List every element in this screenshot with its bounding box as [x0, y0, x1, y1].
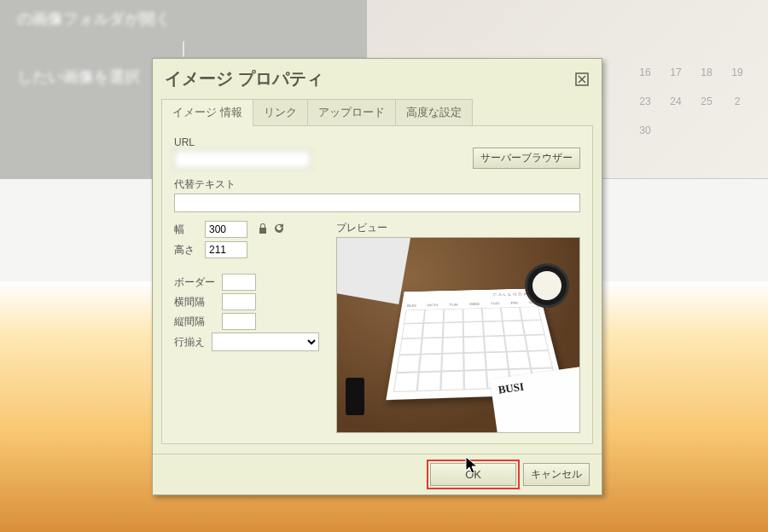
size-and-spacing-column: 幅 高さ ボー: [174, 221, 319, 433]
vspace-label: 縦間隔: [174, 315, 218, 329]
border-label: ボーダー: [174, 275, 218, 290]
height-input[interactable]: [205, 241, 247, 258]
alt-text-input[interactable]: [174, 194, 580, 212]
image-properties-dialog: イメージ プロパティ イメージ 情報 リンク アップロード 高度な設定 URL …: [152, 58, 602, 495]
bg-instruction-pipe: ｜: [17, 38, 350, 58]
close-icon: [575, 72, 589, 86]
dialog-titlebar: イメージ プロパティ: [153, 59, 602, 99]
hspace-label: 横間隔: [174, 295, 218, 309]
preview-pane: CALENDAR SUN MON TUE WED THR FRI SAT: [336, 237, 580, 433]
url-label: URL: [174, 136, 468, 148]
tab-upload[interactable]: アップロード: [307, 99, 396, 126]
preview-laptop-icon: [336, 237, 410, 304]
ok-button[interactable]: OK: [430, 463, 516, 486]
cancel-button[interactable]: キャンセル: [523, 463, 590, 486]
tab-link[interactable]: リンク: [253, 99, 308, 126]
preview-label: プレビュー: [336, 221, 580, 235]
preview-column: プレビュー CALENDAR SUN MON TUE WED T: [336, 221, 580, 433]
dialog-tabs: イメージ 情報 リンク アップロード 高度な設定: [153, 99, 602, 126]
url-input[interactable]: [174, 150, 311, 169]
vspace-input[interactable]: [222, 313, 256, 330]
tab-image-info[interactable]: イメージ 情報: [161, 99, 253, 126]
tab-body-image-info: URL サーバーブラウザー 代替テキスト 幅: [161, 125, 593, 444]
align-select[interactable]: [212, 332, 319, 351]
border-input[interactable]: [222, 274, 256, 291]
browse-server-button[interactable]: サーバーブラウザー: [473, 147, 580, 169]
lock-aspect-icon[interactable]: [258, 223, 268, 237]
width-input[interactable]: [205, 221, 247, 238]
tab-advanced[interactable]: 高度な設定: [395, 99, 473, 126]
reset-size-icon[interactable]: [273, 223, 285, 237]
dialog-close-button[interactable]: [574, 72, 590, 87]
height-label: 高さ: [174, 243, 200, 257]
dialog-footer: OK キャンセル: [153, 454, 602, 494]
hspace-input[interactable]: [222, 293, 256, 310]
bg-calendar-numbers: 16171819 2324252 30: [630, 66, 753, 153]
alt-label: 代替テキスト: [174, 177, 580, 192]
dialog-title-text: イメージ プロパティ: [165, 67, 323, 90]
align-label: 行揃え: [174, 335, 208, 350]
bg-instruction-line1: の画像フォルダが開く: [17, 9, 350, 29]
preview-clock-icon: [525, 263, 569, 308]
width-label: 幅: [174, 223, 200, 237]
preview-phone-icon: [346, 378, 364, 415]
